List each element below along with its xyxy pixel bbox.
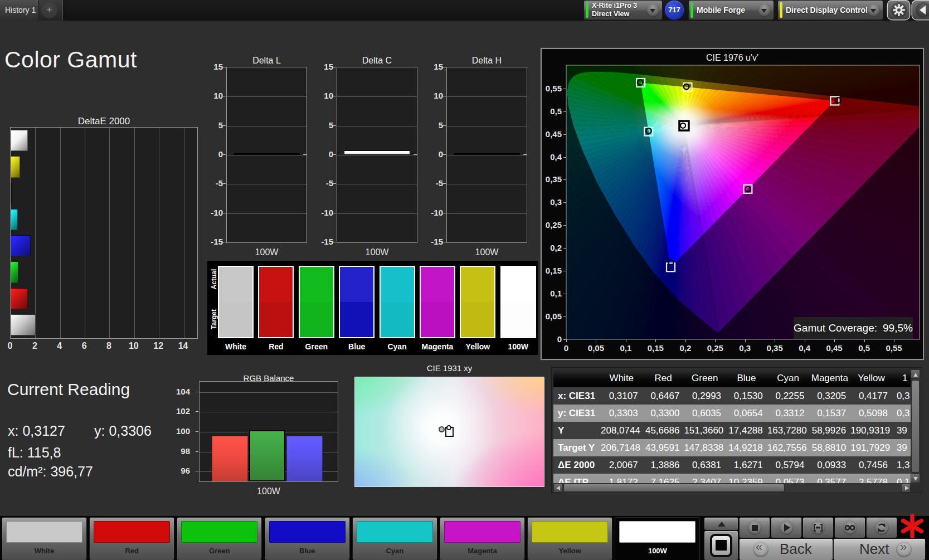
gridline — [227, 155, 307, 155]
expand-pattern-options-button[interactable] — [704, 518, 738, 530]
pattern-button-100w[interactable]: 100W — [615, 518, 699, 560]
cell: 2,3407 — [684, 474, 726, 483]
chevron-down-icon[interactable] — [758, 4, 771, 17]
chevron-down-icon[interactable] — [646, 4, 659, 17]
scroll-right-button[interactable] — [901, 483, 911, 493]
pattern-button-white[interactable]: White — [2, 518, 86, 560]
back-button[interactable]: «Back — [740, 539, 833, 560]
tick-mark — [563, 202, 566, 203]
table-row: ΔE 20002,00671,38860,63811,62710,57940,0… — [553, 456, 911, 474]
swatch-target — [340, 302, 373, 337]
swatch-blue — [339, 266, 374, 338]
window-patch-icon — [710, 534, 732, 557]
column-header-Yellow: Yellow — [850, 369, 892, 387]
rgb-x-label: 100W — [199, 486, 338, 496]
play-button[interactable] — [771, 518, 801, 538]
display-control-dropdown[interactable]: Direct Display Control — [778, 1, 883, 20]
vscroll-thumb[interactable] — [911, 380, 920, 473]
y-tick-label: 104 — [172, 387, 190, 396]
y-tick-label: -10 — [312, 208, 333, 217]
swatch-label: Magenta — [420, 342, 455, 351]
swatch-label: White — [218, 342, 254, 351]
gridline — [227, 213, 307, 214]
tick-mark — [596, 339, 596, 342]
cell: 190,9319 — [850, 422, 892, 439]
pattern-label: Green — [177, 547, 261, 555]
cie-1931-panel — [354, 377, 544, 487]
swatch-target — [502, 302, 535, 337]
gamut-coverage-box: Gamut Coverage: 99,5% — [794, 317, 913, 339]
pattern-source-dropdown[interactable]: Mobile Forge — [689, 1, 774, 20]
pattern-button-blue[interactable]: Blue — [265, 518, 349, 560]
pattern-chip — [94, 521, 170, 543]
continuous-button[interactable] — [835, 518, 865, 538]
x-tick-label: 0,05 — [585, 343, 607, 353]
pattern-button-green[interactable]: Green — [177, 518, 261, 560]
chevrons-left-icon: « — [753, 542, 769, 557]
window-size-button[interactable] — [704, 531, 738, 560]
vertical-scrollbar[interactable] — [911, 369, 920, 483]
collapse-panel-button[interactable] — [912, 1, 929, 20]
gridline — [134, 128, 135, 338]
meter-dropdown[interactable]: X-Rite i1Pro 3Direct View — [584, 1, 662, 20]
cell: 0,5794 — [767, 456, 809, 474]
y-tick-label: 0 — [202, 149, 223, 159]
reading-fl: fL: 115,8 — [8, 445, 61, 461]
settings-button[interactable] — [888, 1, 909, 20]
deltae-bar-cyan — [11, 209, 18, 230]
y-tick-label: 0,45 — [542, 129, 562, 139]
y-tick-label: 98 — [172, 446, 190, 456]
chevrons-right-icon: » — [896, 542, 912, 557]
tick-mark — [834, 339, 835, 342]
gridline — [447, 184, 527, 184]
window-patch-square — [716, 540, 727, 551]
hscroll-thumb[interactable] — [563, 484, 785, 492]
x-tick-label: 0,4 — [794, 343, 816, 353]
infinity-icon — [843, 520, 857, 535]
play-icon — [779, 520, 794, 535]
refresh-button[interactable] — [867, 518, 897, 538]
add-tab-button[interactable]: + — [41, 2, 57, 18]
stop-button[interactable] — [740, 518, 770, 538]
pattern-button-yellow[interactable]: Yellow — [528, 518, 612, 560]
y-tick-label: 0 — [422, 149, 443, 159]
cell: 17,4288 — [726, 422, 767, 439]
y-tick-label: 0,25 — [542, 220, 562, 230]
tick-mark — [894, 339, 894, 342]
single-measure-button[interactable] — [803, 518, 833, 538]
pattern-chip — [444, 521, 521, 543]
scroll-left-button[interactable] — [553, 483, 563, 493]
cell: 45,6686 — [643, 422, 684, 439]
tick-mark — [563, 248, 566, 249]
cell: 0,3205 — [809, 387, 851, 405]
tick-mark — [333, 183, 336, 184]
delta-x-label: 100W — [226, 247, 307, 257]
delta-bar — [344, 150, 410, 155]
tick-mark — [223, 67, 226, 67]
tick-mark — [333, 96, 336, 96]
table-row: x: CIE310,31070,64670,29930,15300,22550,… — [553, 387, 911, 405]
arrow-right-icon — [905, 486, 909, 490]
cell: 147,8338 — [684, 439, 726, 456]
tick-mark — [563, 134, 566, 135]
scroll-up-button[interactable] — [911, 369, 920, 379]
y-tick-label: 5 — [312, 120, 333, 130]
next-button[interactable]: Next» — [834, 539, 925, 560]
chevron-down-icon[interactable] — [867, 4, 880, 17]
meter-status-stripe — [586, 2, 588, 18]
horizontal-scrollbar[interactable] — [553, 483, 911, 493]
gridline — [227, 96, 307, 97]
swatch-actual — [381, 267, 414, 302]
swatch-actual — [340, 267, 373, 302]
bracket-icon — [811, 520, 825, 535]
pattern-button-magenta[interactable]: Magenta — [440, 518, 524, 560]
tick-mark — [715, 339, 716, 342]
cie-1976-title: CIE 1976 u'v' — [542, 53, 923, 63]
pattern-button-red[interactable]: Red — [90, 518, 174, 560]
gridline — [184, 128, 184, 338]
page-title: Color Gamut — [4, 47, 137, 73]
tab-history-1[interactable]: History 1 — [0, 0, 39, 21]
cell: 39 — [892, 422, 911, 439]
pattern-button-cyan[interactable]: Cyan — [353, 518, 437, 560]
scroll-down-button[interactable] — [911, 474, 920, 483]
